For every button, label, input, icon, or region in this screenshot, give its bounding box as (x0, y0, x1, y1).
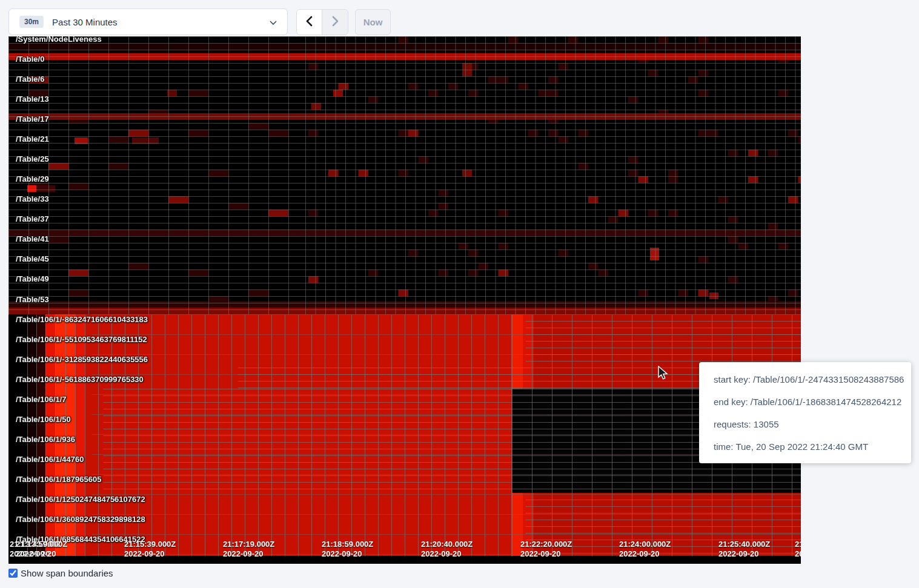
tooltip-time: time: Tue, 20 Sep 2022 21:24:40 GMT (714, 435, 905, 458)
key-visualizer-page: 30m Past 30 Minutes Now /System/NodeLive… (0, 0, 919, 588)
range-label: Past 30 Minutes (52, 17, 118, 27)
chevron-left-icon (305, 16, 314, 28)
now-button[interactable]: Now (355, 9, 391, 35)
show-span-boundaries-checkbox[interactable] (8, 569, 18, 578)
tooltip-end-key: end key: /Table/106/1/-18683814745282642… (714, 391, 905, 413)
next-button[interactable] (322, 10, 348, 35)
show-span-boundaries-label: Show span boundaries (21, 568, 113, 578)
show-span-boundaries-control[interactable]: Show span boundaries (8, 568, 113, 578)
cell-tooltip: start key: /Table/106/1/-247433150824388… (699, 362, 911, 463)
tooltip-start-key: start key: /Table/106/1/-247433150824388… (714, 368, 905, 391)
prev-button[interactable] (297, 10, 322, 35)
tooltip-requests: requests: 13055 (714, 413, 905, 435)
time-range-select[interactable]: 30m Past 30 Minutes (8, 8, 288, 35)
time-nav-group (296, 9, 348, 35)
key-visualizer-heatmap[interactable]: /System/NodeLiveness/Table/0/Table/6/Tab… (8, 36, 801, 564)
chevron-right-icon (330, 16, 340, 28)
range-badge: 30m (19, 16, 44, 28)
chevron-down-icon (269, 18, 277, 29)
heatmap-canvas[interactable] (8, 36, 801, 564)
